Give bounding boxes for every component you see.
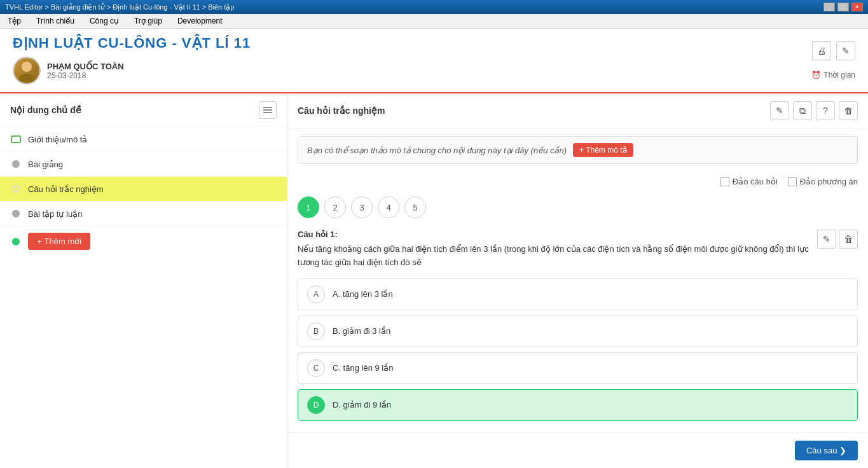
main-content: Câu hỏi trắc nghiệm ✎ ⧉ ? 🗑 Bạn có thể s… bbox=[287, 93, 868, 468]
sidebar-item-bai-tap[interactable]: Bài tập tự luận bbox=[0, 202, 287, 226]
question-tab-2[interactable]: 2 bbox=[324, 196, 346, 218]
dot-gray-icon bbox=[10, 158, 22, 170]
option-c-text: C. tăng lên 9 lần bbox=[333, 363, 393, 373]
author-section: PHẠM QUỐC TOÀN 25-03-2018 bbox=[13, 57, 251, 85]
edit-question-btn[interactable]: ✎ bbox=[817, 230, 836, 249]
svg-point-0 bbox=[22, 62, 32, 72]
them-mo-ta-label: + Thêm mô tả bbox=[579, 146, 626, 155]
header-left: ĐỊNH LUẬT CU-LÔNG - VẬT LÍ 11 PHẠM QUỐC … bbox=[13, 35, 251, 85]
question-tabs: 1 2 3 4 5 bbox=[287, 191, 868, 223]
dao-cau-hoi-checkbox[interactable] bbox=[720, 177, 729, 186]
sidebar-header: Nội dung chủ đề bbox=[0, 93, 287, 127]
question-top-actions: Câu hỏi 1: Nếu tăng khoảng cách giữa hai… bbox=[298, 230, 858, 279]
next-button[interactable]: Câu sau ❯ bbox=[795, 441, 858, 460]
dao-phuong-an-checkbox[interactable] bbox=[788, 177, 797, 186]
menu-trinh-chieu[interactable]: Trình chiếu bbox=[34, 15, 77, 27]
checkbox-row: Đảo câu hỏi Đảo phương án bbox=[287, 172, 868, 191]
maximize-btn[interactable]: □ bbox=[837, 3, 849, 11]
dao-phuong-an-label: Đảo phương án bbox=[800, 177, 858, 186]
dao-cau-hoi-checkbox-label[interactable]: Đảo câu hỏi bbox=[720, 177, 778, 186]
clock-icon: ⏰ bbox=[811, 71, 821, 79]
sidebar-item-label-1: Giới thiệu/mô tả bbox=[28, 135, 87, 144]
option-a-text: A. tăng lên 3 lần bbox=[333, 289, 393, 299]
menu-cong-cu[interactable]: Công cụ bbox=[87, 15, 121, 27]
delete-question-btn[interactable]: 🗑 bbox=[839, 230, 858, 249]
question-title: Câu hỏi 1: bbox=[298, 230, 817, 239]
question-content: Câu hỏi 1: Nếu tăng khoảng cách giữa hai… bbox=[298, 230, 817, 279]
main-header-actions: ✎ ⧉ ? 🗑 bbox=[770, 101, 858, 120]
question-tab-3[interactable]: 3 bbox=[351, 196, 373, 218]
add-new-button[interactable]: + Thêm mới bbox=[28, 233, 90, 250]
sidebar: Nội dung chủ đề Giới thiệu/mô tả bbox=[0, 93, 287, 468]
edit-section-btn[interactable]: ✎ bbox=[770, 101, 789, 120]
dao-cau-hoi-label: Đảo câu hỏi bbox=[733, 177, 778, 186]
avatar-image bbox=[14, 58, 39, 83]
edit-header-btn[interactable]: ✎ bbox=[836, 41, 855, 60]
question-actions: ✎ 🗑 bbox=[817, 230, 858, 249]
rect-icon bbox=[10, 134, 22, 145]
sidebar-item-bai-giang[interactable]: Bài giảng bbox=[0, 152, 287, 177]
time-section: ⏰ Thời gian bbox=[811, 71, 855, 79]
menu-tep[interactable]: Tệp bbox=[5, 15, 24, 27]
help-section-btn[interactable]: ? bbox=[816, 101, 835, 120]
option-b-circle: B bbox=[307, 322, 325, 340]
sidebar-title: Nội dung chủ đề bbox=[10, 105, 81, 115]
option-d-circle: D bbox=[307, 396, 325, 414]
delete-section-btn[interactable]: 🗑 bbox=[839, 101, 858, 120]
header-right: 🖨 ✎ bbox=[812, 35, 855, 60]
section-title: Câu hỏi trắc nghiệm bbox=[298, 106, 385, 116]
option-b[interactable]: B B. giảm đi 3 lần bbox=[298, 315, 858, 347]
menu-bar: Tệp Trình chiếu Công cụ Trợ giúp Develop… bbox=[0, 14, 868, 29]
desc-bar: Bạn có thể soạn thảo mô tả chung cho nội… bbox=[298, 136, 858, 164]
print-btn[interactable]: 🖨 bbox=[812, 41, 831, 60]
close-btn[interactable]: ✕ bbox=[851, 3, 863, 11]
question-tab-1[interactable]: 1 bbox=[298, 196, 319, 218]
svg-point-1 bbox=[19, 74, 34, 81]
menu-development[interactable]: Development bbox=[175, 15, 225, 27]
page-title: ĐỊNH LUẬT CU-LÔNG - VẬT LÍ 11 bbox=[13, 35, 251, 52]
sidebar-item-cau-hoi[interactable]: Câu hỏi trắc nghiệm bbox=[0, 177, 287, 202]
dot-yellow-icon bbox=[10, 183, 22, 195]
option-d-text: D. giảm đi 9 lần bbox=[333, 400, 391, 410]
question-tab-4[interactable]: 4 bbox=[378, 196, 399, 218]
author-name: PHẠM QUỐC TOÀN bbox=[47, 62, 124, 71]
content-area: Nội dung chủ đề Giới thiệu/mô tả bbox=[0, 93, 868, 468]
desc-text-italic: Bạn có thể soạn thảo mô tả chung cho nội… bbox=[307, 146, 567, 155]
option-b-text: B. giảm đi 3 lần bbox=[333, 326, 390, 336]
question-text: Nếu tăng khoảng cách giữa hai điện tích … bbox=[298, 243, 817, 270]
sidebar-item-label-3: Câu hỏi trắc nghiệm bbox=[28, 184, 104, 194]
sidebar-add-row: + Thêm mới bbox=[0, 226, 287, 256]
author-info: PHẠM QUỐC TOÀN 25-03-2018 bbox=[47, 62, 124, 80]
desc-text: Bạn có thể soạn thảo mô tả chung cho nội… bbox=[307, 146, 567, 155]
dot-gray-icon-2 bbox=[10, 208, 22, 219]
author-date: 25-03-2018 bbox=[47, 71, 124, 80]
avatar bbox=[13, 57, 41, 85]
option-a-circle: A bbox=[307, 286, 325, 303]
window-title: TVHL Editor > Bài giảng điện tử > Định l… bbox=[5, 3, 234, 11]
sidebar-item-gioi-thieu[interactable]: Giới thiệu/mô tả bbox=[0, 127, 287, 152]
option-c[interactable]: C C. tăng lên 9 lần bbox=[298, 352, 858, 384]
question-tab-5[interactable]: 5 bbox=[404, 196, 426, 218]
bottom-bar: Câu sau ❯ bbox=[287, 432, 868, 468]
them-mo-ta-button[interactable]: + Thêm mô tả bbox=[573, 143, 633, 157]
sidebar-item-label-2: Bài giảng bbox=[28, 160, 63, 169]
sidebar-filter-btn[interactable] bbox=[259, 101, 277, 119]
option-a[interactable]: A A. tăng lên 3 lần bbox=[298, 279, 858, 310]
option-d[interactable]: D D. giảm đi 9 lần bbox=[298, 389, 858, 421]
main-container: ĐỊNH LUẬT CU-LÔNG - VẬT LÍ 11 PHẠM QUỐC … bbox=[0, 29, 868, 468]
add-new-label: Thêm mới bbox=[45, 237, 82, 246]
sidebar-item-label-4: Bài tập tự luận bbox=[28, 209, 82, 219]
plus-icon: + bbox=[37, 237, 42, 246]
minimize-btn[interactable]: _ bbox=[823, 3, 835, 11]
top-header: ĐỊNH LUẬT CU-LÔNG - VẬT LÍ 11 PHẠM QUỐC … bbox=[0, 29, 868, 93]
dot-green-icon bbox=[10, 236, 22, 247]
option-c-circle: C bbox=[307, 359, 325, 377]
main-content-header: Câu hỏi trắc nghiệm ✎ ⧉ ? 🗑 bbox=[287, 93, 868, 128]
copy-section-btn[interactable]: ⧉ bbox=[793, 101, 812, 120]
next-btn-label: Câu sau ❯ bbox=[806, 446, 846, 455]
question-block: Câu hỏi 1: Nếu tăng khoảng cách giữa hai… bbox=[287, 223, 868, 432]
dao-phuong-an-checkbox-label[interactable]: Đảo phương án bbox=[788, 177, 858, 186]
title-bar: TVHL Editor > Bài giảng điện tử > Định l… bbox=[0, 0, 868, 14]
window-controls: _ □ ✕ bbox=[823, 3, 863, 11]
menu-tro-giup[interactable]: Trợ giúp bbox=[132, 15, 165, 27]
